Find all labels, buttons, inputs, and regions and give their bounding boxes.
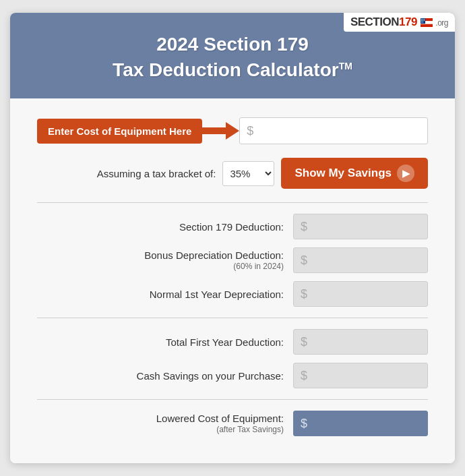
svg-rect-2 <box>421 24 433 26</box>
cash-savings-row: Cash Savings on your Purchase: $ <box>37 363 428 388</box>
calculator-container: SECTION179 .org 2024 Section 179 <box>10 13 455 464</box>
show-savings-circle-icon: ▶ <box>397 165 414 182</box>
section179-label: Section 179 Deduction: <box>37 220 293 234</box>
svg-point-11 <box>423 22 423 22</box>
bonus-depreciation-label: Bonus Depreciation Deduction: (60% in 20… <box>37 249 293 272</box>
total-firstyear-dollar-sign: $ <box>301 335 307 349</box>
lowered-cost-label: Lowered Cost of Equipment: (after Tax Sa… <box>37 412 293 436</box>
arrow-icon <box>202 121 239 141</box>
normal1st-field: $ <box>293 281 428 307</box>
svg-point-4 <box>421 19 422 20</box>
normal1st-row: Normal 1st Year Depreciation: $ <box>37 281 428 307</box>
svg-point-8 <box>423 20 423 21</box>
lowered-cost-row: Lowered Cost of Equipment: (after Tax Sa… <box>37 411 428 436</box>
equipment-cost-row: Enter Cost of Equipment Here $ <box>37 117 428 144</box>
logo-text: SECTION179 .org <box>350 16 448 28</box>
divider-1 <box>37 202 428 203</box>
logo-org-text: .org <box>435 18 448 28</box>
svg-point-10 <box>421 22 422 22</box>
cash-savings-label: Cash Savings on your Purchase: <box>37 369 293 383</box>
svg-point-9 <box>424 20 425 21</box>
equipment-dollar-sign: $ <box>247 124 253 138</box>
logo-section-text: SECTION <box>350 16 399 28</box>
page-title: 2024 Section 179 Tax Deduction Calculato… <box>24 32 441 83</box>
section179-dollar-sign: $ <box>301 220 307 234</box>
equipment-label: Enter Cost of Equipment Here <box>37 119 202 144</box>
total-firstyear-row: Total First Year Deduction: $ <box>37 329 428 355</box>
normal1st-dollar-sign: $ <box>301 287 307 301</box>
divider-2 <box>37 318 428 318</box>
tax-bracket-label: Assuming a tax bracket of: <box>37 168 222 179</box>
bonus-depreciation-field: $ <box>293 247 428 273</box>
show-savings-button[interactable]: Show My Savings ▶ <box>281 158 428 189</box>
equipment-cost-input-wrap[interactable]: $ <box>239 117 428 144</box>
logo-area: SECTION179 .org <box>344 13 455 32</box>
equipment-cost-input[interactable] <box>256 125 421 137</box>
logo-179-text: 179 <box>399 16 417 28</box>
normal1st-label: Normal 1st Year Depreciation: <box>37 288 293 301</box>
svg-point-5 <box>423 19 423 20</box>
svg-point-7 <box>421 20 422 21</box>
flag-icon <box>421 18 433 27</box>
calculator-body: Enter Cost of Equipment Here $ Assuming … <box>10 98 455 463</box>
cash-savings-dollar-sign: $ <box>301 369 307 383</box>
bonus-depreciation-row: Bonus Depreciation Deduction: (60% in 20… <box>37 247 428 273</box>
svg-point-6 <box>424 19 425 20</box>
svg-marker-12 <box>202 122 239 140</box>
cash-savings-field: $ <box>293 363 428 388</box>
lowered-cost-dollar-sign: $ <box>301 417 307 431</box>
total-firstyear-label: Total First Year Deduction: <box>37 336 293 349</box>
total-firstyear-field: $ <box>293 329 428 355</box>
tax-bracket-select[interactable]: 10% 15% 20% 25% 28% 30% 33% 35% 37% 39.6… <box>222 161 274 186</box>
section179-row: Section 179 Deduction: $ <box>37 214 428 239</box>
section179-field: $ <box>293 214 428 239</box>
bonus-dollar-sign: $ <box>301 254 307 268</box>
tax-bracket-row: Assuming a tax bracket of: 10% 15% 20% 2… <box>37 158 428 189</box>
divider-3 <box>37 399 428 400</box>
lowered-cost-field: $ <box>293 411 428 436</box>
